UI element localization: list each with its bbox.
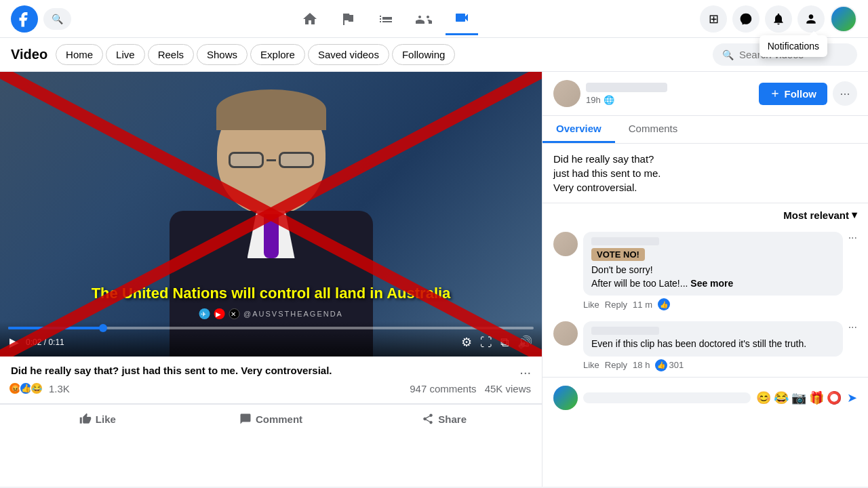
video-caption-text: Did he really say that? just had this se…: [11, 365, 332, 376]
nav-center-icons: [71, 3, 700, 35]
nav-extra-button[interactable]: [830, 5, 857, 33]
page-meta: 19h 🌐: [586, 95, 759, 105]
video-subnav: Video Home Live Reels Shows Explore Save…: [0, 38, 868, 72]
comment-reply-1[interactable]: Reply: [605, 300, 627, 310]
comment-avatar-2: [553, 321, 578, 346]
chevron-down-icon: ▾: [852, 209, 857, 221]
emoji-button-3[interactable]: 📷: [791, 390, 806, 405]
top-navigation: 🔍 ⊞ Notification: [0, 0, 868, 38]
like-button[interactable]: Like: [11, 407, 184, 430]
tab-overview[interactable]: Overview: [542, 116, 615, 143]
video-title: Video: [11, 47, 47, 62]
comment-bubble-2: Even if this clip has been doctored it's…: [583, 321, 843, 357]
emoji-button-5[interactable]: ⭕: [827, 390, 842, 405]
comment-like-1[interactable]: Like: [583, 300, 599, 310]
main-content: The United Nations will control all land…: [0, 72, 868, 487]
sort-selector[interactable]: Most relevant ▾: [542, 203, 868, 226]
action-buttons: Like Comment Share: [0, 404, 542, 433]
nav-right-controls: ⊞: [700, 5, 857, 33]
right-more-button[interactable]: ···: [833, 81, 857, 106]
video-player[interactable]: The United Nations will control all land…: [0, 72, 542, 357]
comment-actions-2: Like Reply 18 h 👍 301: [583, 359, 843, 371]
comment-time-1: 11 m: [633, 300, 652, 310]
comment-text-2: Even if this clip has been doctored it's…: [591, 338, 835, 351]
page-name-blurred: [586, 83, 667, 92]
nav-video-button[interactable]: [446, 3, 478, 35]
desc-line1: Did he really say that?: [553, 152, 857, 166]
comment-content-1: VOTE NO! Don't be sorry!After will be to…: [583, 232, 843, 310]
fullscreen-button[interactable]: ⛶: [479, 333, 494, 351]
comment-button[interactable]: Comment: [184, 407, 358, 430]
globe-icon: 🌐: [604, 95, 614, 105]
ctrl-right-buttons: ⚙ ⛶ ⧉ 🔊: [460, 333, 534, 351]
comment-bubble-1: VOTE NO! Don't be sorry!After will be to…: [583, 232, 843, 296]
like-label: Like: [96, 413, 116, 425]
subnav-tab-shows[interactable]: Shows: [197, 44, 248, 65]
page-avatar: [553, 80, 580, 107]
theater-button[interactable]: ⧉: [499, 333, 511, 351]
nav-messenger-button[interactable]: [732, 5, 760, 33]
nav-profile-button[interactable]: [797, 5, 825, 33]
subnav-tab-live[interactable]: Live: [106, 44, 145, 65]
right-panel: 19h 🌐 Follow ··· Overview Comments Did h…: [542, 72, 868, 487]
page-info: 19h 🌐: [586, 83, 759, 105]
sort-label: Most relevant: [783, 209, 849, 221]
comments-count: 947 comments: [410, 383, 476, 394]
subnav-tab-saved[interactable]: Saved videos: [308, 44, 389, 65]
post-more-button[interactable]: ···: [519, 365, 531, 380]
volume-button[interactable]: 🔊: [516, 333, 534, 351]
haha-reaction-icon: 😂: [30, 382, 43, 395]
video-post-meta: Did he really say that? just had this se…: [0, 357, 542, 404]
comment-like-2[interactable]: Like: [583, 360, 599, 370]
progress-thumb: [99, 324, 107, 332]
comment-reply-2[interactable]: Reply: [605, 360, 627, 370]
tab-comments[interactable]: Comments: [615, 116, 692, 143]
comment-item-2: Even if this clip has been doctored it's…: [542, 316, 868, 377]
video-stats: 😡 👍 😂 1.3K 947 comments 45K views: [11, 382, 531, 395]
settings-button[interactable]: ⚙: [460, 333, 473, 351]
nav-home-button[interactable]: [294, 3, 326, 35]
comment-avatar-1: [553, 232, 578, 256]
comment-more-1[interactable]: ···: [848, 232, 857, 310]
comment-more-2[interactable]: ···: [848, 321, 857, 371]
reaction-summary: 😡 👍 😂 1.3K: [11, 382, 70, 395]
play-pause-button[interactable]: ▶: [8, 333, 20, 351]
nav-notifications-button[interactable]: [765, 5, 792, 33]
right-panel-tabs: Overview Comments: [542, 116, 868, 144]
emoji-button-4[interactable]: 🎁: [809, 390, 824, 405]
share-button[interactable]: Share: [357, 407, 531, 430]
subnav-tab-following[interactable]: Following: [392, 44, 455, 65]
video-progress-bar[interactable]: [8, 327, 534, 329]
nav-marketplace-button[interactable]: [370, 3, 402, 35]
right-panel-header: 19h 🌐 Follow ···: [542, 72, 868, 116]
video-controls: ▶ 0:02 / 0:11 ⚙ ⛶ ⧉ 🔊: [0, 321, 542, 357]
follow-button[interactable]: Follow: [759, 83, 828, 105]
desc-line2: just had this sent to me.: [553, 166, 857, 180]
post-time: 19h: [586, 95, 601, 105]
see-more-1[interactable]: See more: [690, 278, 733, 289]
emoji-button-1[interactable]: 😊: [756, 390, 771, 405]
commenter-name-1-blurred: [591, 237, 659, 245]
facebook-logo[interactable]: [11, 5, 38, 33]
current-user-avatar: [553, 386, 578, 410]
share-label: Share: [438, 413, 467, 425]
subnav-tab-explore[interactable]: Explore: [250, 44, 305, 65]
nav-flag-button[interactable]: [332, 3, 364, 35]
commenter-name-2-blurred: [591, 327, 659, 335]
comment-emoji-buttons: 😊 😂 📷 🎁 ⭕: [756, 390, 842, 405]
reaction-icons: 😡 👍 😂: [11, 382, 43, 395]
video-time: 0:02 / 0:11: [26, 338, 64, 347]
desc-line3: Very controversial.: [553, 180, 857, 195]
nav-groups-button[interactable]: [408, 3, 440, 35]
nav-apps-button[interactable]: ⊞: [700, 5, 727, 33]
like-badge-1: 👍: [658, 298, 670, 310]
nav-search-bar[interactable]: 🔍: [43, 8, 71, 30]
subnav-tab-reels[interactable]: Reels: [148, 44, 194, 65]
subnav-tab-home[interactable]: Home: [56, 44, 103, 65]
controls-row: ▶ 0:02 / 0:11 ⚙ ⛶ ⧉ 🔊: [8, 333, 534, 351]
comment-time-2: 18 h: [633, 360, 650, 370]
emoji-button-2[interactable]: 😂: [774, 390, 789, 405]
comment-input[interactable]: [583, 392, 751, 403]
write-comment-area: 😊 😂 📷 🎁 ⭕ ➤: [542, 377, 868, 418]
send-comment-button[interactable]: ➤: [847, 390, 857, 405]
